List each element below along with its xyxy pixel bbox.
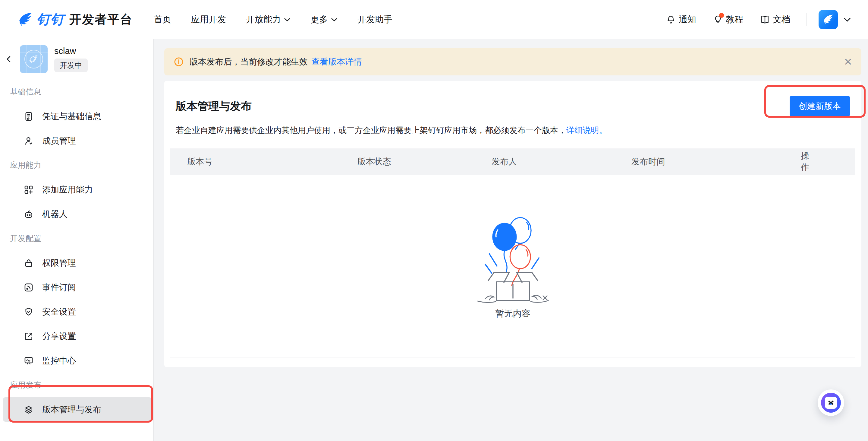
top-header: 钉钉 开发者平台 首页 应用开发 开放能力 更多 开发助手 通知	[0, 0, 868, 39]
nav-more[interactable]: 更多	[310, 13, 338, 26]
rss-icon	[23, 282, 34, 293]
dingtalk-wing-icon	[17, 11, 34, 28]
sidebar-item-share-settings[interactable]: 分享设置	[0, 324, 153, 348]
chevron-left-icon[interactable]	[0, 55, 18, 64]
app-meta: sclaw 开发中	[54, 46, 88, 72]
bell-icon	[666, 15, 676, 24]
lightbulb-icon	[713, 15, 723, 24]
top-nav: 首页 应用开发 开放能力 更多 开发助手	[154, 13, 393, 26]
open-box-balloons-illustration	[472, 212, 554, 303]
column-version-number: 版本号	[170, 156, 358, 168]
description-suffix: 。	[599, 126, 607, 135]
dingtalk-ai-assistant-icon	[821, 393, 841, 413]
sidebar-item-permissions[interactable]: 权限管理	[0, 251, 153, 275]
chevron-down-icon	[284, 18, 290, 22]
version-notice-banner: 版本发布后，当前修改才能生效 查看版本详情 ✕	[164, 48, 861, 76]
page-description: 若企业自建应用需要供企业内其他用户使用，或三方企业应用需要上架钉钉应用市场，都必…	[164, 125, 861, 136]
sidebar-item-robot[interactable]: 机器人	[0, 202, 153, 226]
sidebar-item-label: 版本管理与发布	[42, 404, 101, 415]
sidebar-item-version-release[interactable]: 版本管理与发布	[3, 397, 152, 422]
sidebar-item-security-settings[interactable]: 安全设置	[0, 299, 153, 324]
header-actions: 通知 教程 文档	[649, 10, 851, 29]
banner-text: 版本发布后，当前修改才能生效	[190, 56, 308, 67]
nav-open-capability[interactable]: 开放能力	[246, 13, 290, 26]
page-title: 版本管理与发布	[176, 99, 252, 114]
sidebar-item-label: 权限管理	[42, 257, 76, 269]
empty-state: 暂无内容	[164, 175, 861, 357]
lock-icon	[23, 258, 34, 268]
app-icon	[20, 45, 48, 73]
card-footer-spacer	[164, 357, 861, 367]
dingtalk-wing-icon	[822, 13, 834, 26]
sidebar-item-label: 分享设置	[42, 331, 76, 342]
sidebar-item-label: 事件订阅	[42, 282, 76, 293]
version-management-card: 版本管理与发布 创建新版本 若企业自建应用需要供企业内其他用户使用，或三方企业应…	[164, 81, 861, 367]
sidebar-item-monitor-center[interactable]: 监控中心	[0, 348, 153, 373]
notifications-button[interactable]: 通知	[666, 13, 696, 26]
sidebar-section-dev-config: 开发配置	[0, 226, 153, 251]
sidebar: sclaw 开发中 基础信息 凭证与基础信息 成员管理 应用能力	[0, 39, 154, 441]
tutorial-label: 教程	[726, 13, 743, 26]
nav-dev-assistant[interactable]: 开发助手	[358, 13, 393, 26]
tutorial-red-dot-badge	[719, 13, 724, 18]
docs-label: 文档	[773, 13, 790, 26]
avatar[interactable]	[818, 10, 838, 29]
sidebar-section-basic-info: 基础信息	[0, 80, 153, 104]
sidebar-item-label: 监控中心	[42, 355, 76, 366]
empty-state-text: 暂无内容	[495, 308, 530, 320]
view-version-details-link[interactable]: 查看版本详情	[311, 56, 362, 67]
sidebar-item-members[interactable]: 成员管理	[0, 128, 153, 153]
sidebar-item-event-subscription[interactable]: 事件订阅	[0, 275, 153, 299]
sidebar-item-credentials[interactable]: 凭证与基础信息	[0, 104, 153, 128]
notifications-label: 通知	[679, 13, 696, 26]
dingtalk-developer-platform-page: 钉钉 开发者平台 首页 应用开发 开放能力 更多 开发助手 通知	[0, 0, 868, 441]
sidebar-section-app-capability: 应用能力	[0, 153, 153, 177]
sidebar-item-label: 机器人	[42, 208, 67, 220]
book-icon	[760, 15, 770, 24]
card-header: 版本管理与发布 创建新版本	[164, 96, 861, 116]
details-link[interactable]: 详细说明	[566, 126, 599, 135]
app-status-badge: 开发中	[54, 59, 88, 72]
ai-assistant-floating-button[interactable]	[818, 389, 844, 416]
nav-app-dev[interactable]: 应用开发	[191, 13, 226, 26]
sidebar-item-label: 凭证与基础信息	[42, 111, 101, 122]
id-card-icon	[23, 111, 34, 122]
info-circle-icon	[173, 56, 184, 67]
table-header-row: 版本号 版本状态 发布人 发布时间 操作	[170, 148, 855, 175]
main-content: 版本发布后，当前修改才能生效 查看版本详情 ✕ 版本管理与发布 创建新版本 若企…	[154, 39, 868, 441]
sidebar-section-app-release: 应用发布	[0, 373, 153, 397]
docs-button[interactable]: 文档	[760, 13, 790, 26]
shield-check-icon	[23, 307, 34, 317]
sidebar-item-label: 成员管理	[42, 135, 76, 147]
column-publish-time: 发布时间	[631, 156, 793, 168]
sidebar-item-add-capability[interactable]: 添加应用能力	[0, 177, 153, 202]
column-actions: 操作	[793, 150, 855, 173]
column-publisher: 发布人	[492, 156, 631, 168]
description-text: 若企业自建应用需要供企业内其他用户使用，或三方企业应用需要上架钉钉应用市场，都必…	[176, 126, 566, 135]
brand-logo[interactable]: 钉钉 开发者平台	[17, 10, 133, 28]
sidebar-app-header: sclaw 开发中	[0, 39, 153, 79]
sidebar-item-label: 添加应用能力	[42, 184, 93, 196]
column-version-status: 版本状态	[358, 156, 492, 168]
chevron-down-icon[interactable]	[843, 17, 851, 22]
chevron-down-icon	[331, 18, 338, 22]
brand-platform: 开发者平台	[69, 11, 133, 28]
share-icon	[23, 331, 34, 342]
sidebar-item-label: 安全设置	[42, 306, 76, 318]
close-icon[interactable]: ✕	[844, 57, 852, 67]
robot-icon	[23, 209, 34, 219]
monitor-icon	[23, 356, 34, 366]
user-icon	[23, 136, 34, 146]
sidebar-nav: 基础信息 凭证与基础信息 成员管理 应用能力 添加应用能力	[0, 79, 153, 422]
create-version-button[interactable]: 创建新版本	[789, 96, 850, 116]
app-name: sclaw	[54, 46, 88, 56]
grid-plus-icon	[23, 185, 34, 195]
nav-home[interactable]: 首页	[154, 13, 171, 26]
layers-icon	[23, 405, 34, 415]
brand-name: 钉钉	[37, 10, 64, 28]
header-divider	[806, 13, 807, 26]
tutorial-button[interactable]: 教程	[713, 13, 743, 26]
